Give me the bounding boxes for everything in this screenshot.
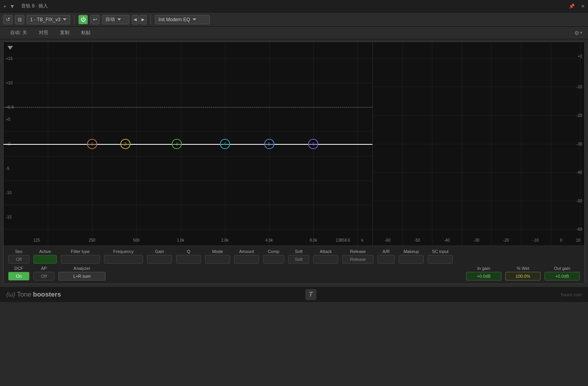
amount-label: Amount [239,249,254,254]
amount-group: Amount [234,249,259,264]
frequency-label: Frequency [113,249,134,254]
frequency-button[interactable] [104,255,143,264]
wet-button[interactable]: 100.0% [505,272,541,280]
comp-grid-v-2 [432,42,432,246]
auto-label: 自动 [105,16,115,23]
track-selector[interactable]: 1 - TB_FIX_v3 [27,15,70,24]
settings-dropdown-arrow: ▼ [579,31,583,35]
refresh-icon: ↺ [6,16,10,22]
nav-prev-button[interactable]: ◀ [132,15,139,24]
eq-node-5[interactable]: 5 [264,139,274,149]
comp-x-5: -10 [533,238,539,242]
q-label: Q [187,249,191,254]
release-group: Release Release [342,249,374,264]
sec-label: Sec [15,249,23,254]
out-gain-button[interactable]: +0.0dB [544,272,580,280]
in-gain-label: In gain [477,266,490,271]
separator2 [151,15,151,24]
filter-type-button[interactable] [61,255,100,264]
comp-button[interactable] [263,255,284,264]
gear-icon: ⚙ [574,30,579,36]
filter-type-group: Filter type [61,249,100,264]
pin-button[interactable]: 📌 [569,4,575,9]
ref-line [4,107,372,107]
comp-graph[interactable]: +0 -10 -20 -30 -40 -50 -60 -60 -50 -40 -… [373,42,584,246]
title-bar-title: 音轨 8 · 插入 [21,3,566,9]
release-value: Release [350,257,366,262]
menu-icon[interactable]: ▼ [9,3,15,9]
mode-label: Mode [212,249,223,254]
auto-off-button[interactable]: 自动: 关 [5,28,33,37]
q-group: Q [176,249,201,264]
freq-label-8k: 8.0k [310,238,317,242]
makeup-button[interactable] [399,255,424,264]
copy-button[interactable]: 复制 [54,28,75,37]
comp-x-4: -20 [503,238,509,242]
comp-grid-v-1 [403,42,403,246]
active-button[interactable] [33,255,57,264]
comp-x-2: -40 [444,238,450,242]
analyzer-button[interactable]: L+R sum [58,272,105,280]
soft-value: Soft [295,257,303,262]
comp-grid-v-6 [551,42,551,246]
settings-button[interactable]: ⚙ ▼ [574,28,583,38]
eq-node-2[interactable]: 2 [120,139,131,149]
loop-button[interactable]: ↩ [90,15,100,24]
mode-group: Mode [205,249,230,264]
in-gain-button[interactable]: +0.0dB [466,272,501,280]
db-label-m5: -5 [6,166,9,170]
footer-t-icon[interactable]: T [305,289,316,300]
ap-button[interactable]: Off [33,272,54,280]
ar-button[interactable] [377,255,395,264]
controls-row1: Sec Off Active Filter type [8,249,580,264]
attack-button[interactable] [313,255,338,264]
sec-button[interactable]: Off [8,255,29,264]
refresh-button[interactable]: ↺ [3,15,13,24]
q-button[interactable] [176,255,201,264]
nav-next-button[interactable]: ▶ [140,15,147,24]
dcf-button[interactable]: On [8,272,29,280]
comp-x-7: 10 [576,238,580,242]
comp-grid-h-0 [373,58,584,59]
grid-h-2 [4,83,372,83]
loop-icon: ↩ [93,16,97,22]
sc-input-button[interactable] [428,255,453,264]
footer-logo-tone: Tone [17,291,31,299]
mode-button[interactable] [205,255,230,264]
compare-button[interactable]: 对照 [33,28,54,37]
add-icon[interactable]: + [3,3,6,9]
release-button[interactable]: Release [342,255,374,264]
preset-dropdown-arrow [192,18,196,20]
eq-node-1[interactable]: 1 [87,139,97,149]
makeup-group: Makeup [399,249,424,264]
out-gain-value: +0.0dB [555,274,569,279]
close-button[interactable]: ✕ [581,4,585,9]
comp-grid-h-6 [373,229,584,229]
grid-h-6 [4,180,372,181]
auto-dropdown[interactable]: 自动 [102,15,129,24]
gain-group: Gain [147,249,172,264]
db-label-15: +15 [6,56,13,60]
filter-type-label: Filter type [71,249,90,254]
comp-grid-v-5 [521,42,521,246]
comp-grid-h-5 [373,201,584,201]
power-button[interactable]: ⏻ [78,15,88,24]
toolbar2: 自动: 关 对照 复制 粘贴 ⚙ ▼ [0,27,588,39]
amount-button[interactable] [234,255,259,264]
footer-icon-label: T [309,291,313,298]
eq-node-6[interactable]: 6 [308,139,318,149]
soft-group: Soft Soft [288,249,309,264]
db-label-10: +10 [6,80,13,85]
paste-button[interactable]: 粘贴 [76,28,96,37]
eq-graph[interactable]: +15 +10 +6.9 +5 +0 -5 -10 -15 1 2 3 4 5 … [4,42,373,246]
comp-x-0: -60 [385,238,390,242]
preset-selector[interactable]: Init Modern EQ [155,15,210,24]
link-button[interactable]: ⛓ [15,15,24,24]
gain-button[interactable] [147,255,172,264]
soft-button[interactable]: Soft [288,255,309,264]
eq-node-3[interactable]: 3 [172,139,182,149]
sec-value: Off [16,257,22,262]
comp-y-4: -40 [577,170,582,175]
eq-node-4[interactable]: 4 [220,139,230,149]
freq-label-k: k [361,238,363,242]
